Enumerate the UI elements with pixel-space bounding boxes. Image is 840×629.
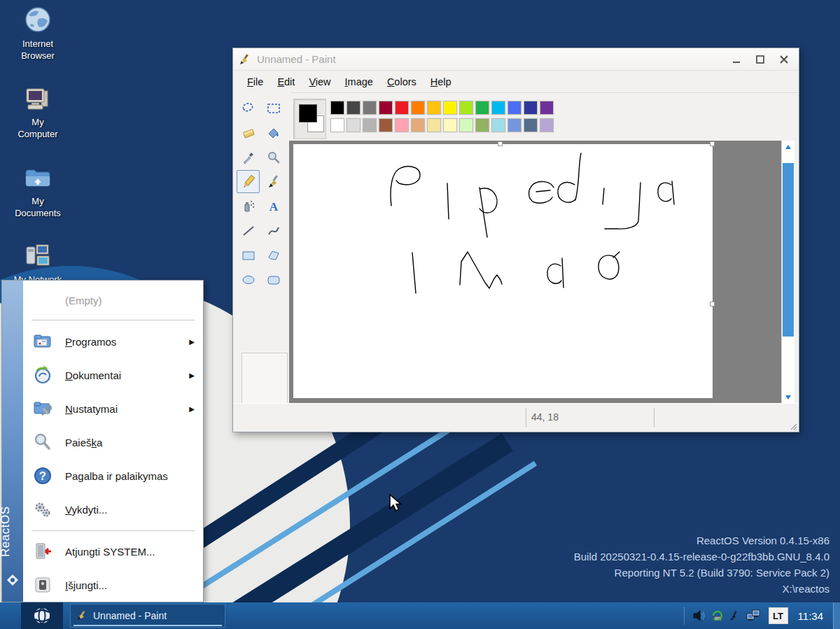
palette-color-swatch[interactable] bbox=[330, 100, 345, 115]
palette-color-swatch[interactable] bbox=[410, 100, 426, 115]
tool-text[interactable]: A bbox=[262, 195, 285, 218]
tool-pencil[interactable] bbox=[237, 170, 260, 193]
run-gears-icon bbox=[32, 499, 53, 520]
palette-color-swatch[interactable] bbox=[426, 100, 442, 115]
palette-color-swatch[interactable] bbox=[458, 100, 474, 115]
close-button[interactable] bbox=[775, 52, 793, 66]
tool-options-box[interactable] bbox=[241, 353, 288, 407]
start-menu-item-help[interactable]: ? Pagalba ir palaikymas bbox=[23, 459, 203, 493]
canvas-resize-handle-top-right[interactable] bbox=[710, 141, 715, 146]
tool-box: A bbox=[233, 92, 290, 403]
palette-color-swatch[interactable] bbox=[330, 118, 345, 133]
palette-color-swatch[interactable] bbox=[442, 118, 458, 133]
scroll-up-icon[interactable] bbox=[782, 141, 794, 153]
palette-color-swatch[interactable] bbox=[491, 100, 506, 115]
svg-text:?: ? bbox=[39, 470, 46, 482]
palette-color-swatch[interactable] bbox=[346, 100, 361, 115]
palette-color-swatch[interactable] bbox=[523, 100, 538, 115]
start-menu-item-label: Programos bbox=[65, 336, 189, 348]
resize-grip[interactable] bbox=[790, 423, 797, 430]
start-menu-item-programs[interactable]: Programos ▶ bbox=[23, 325, 203, 358]
desktop-icon-my-computer[interactable]: My Computer bbox=[3, 84, 73, 141]
palette-color-swatch[interactable] bbox=[362, 118, 377, 133]
vertical-scrollbar[interactable] bbox=[781, 141, 794, 403]
recent-documents-icon bbox=[32, 365, 53, 386]
menu-separator bbox=[31, 320, 195, 320]
palette-color-swatch[interactable] bbox=[539, 100, 554, 115]
canvas-resize-handle-right[interactable] bbox=[710, 302, 715, 306]
start-menu-item-run[interactable]: Vykdyti... bbox=[23, 493, 203, 526]
menu-bar: File Edit View Image Colors Help bbox=[233, 71, 799, 93]
tool-curve[interactable] bbox=[262, 219, 285, 242]
tool-select[interactable] bbox=[262, 97, 285, 120]
taskbar: Unnamed - Paint LT 11:34 bbox=[0, 602, 840, 629]
reactos-logo-icon bbox=[31, 605, 52, 626]
tool-polygon[interactable] bbox=[262, 243, 285, 267]
network-icon bbox=[3, 241, 73, 272]
scroll-down-icon[interactable] bbox=[782, 391, 794, 403]
tool-rectangle[interactable] bbox=[237, 243, 260, 267]
menu-help[interactable]: Help bbox=[424, 73, 458, 90]
start-menu-item-documents[interactable]: Dokumentai ▶ bbox=[23, 358, 203, 392]
start-menu-item-logoff[interactable]: Atjungti SYSTEM... bbox=[23, 535, 203, 568]
palette-color-swatch[interactable] bbox=[539, 118, 554, 133]
scrollbar-thumb[interactable] bbox=[783, 163, 794, 337]
palette-color-swatch[interactable] bbox=[442, 100, 458, 115]
title-bar[interactable]: Unnamed - Paint bbox=[233, 48, 799, 71]
palette-color-swatch[interactable] bbox=[475, 118, 490, 133]
tool-line[interactable] bbox=[237, 219, 260, 242]
start-button[interactable] bbox=[21, 602, 63, 629]
tool-eraser[interactable] bbox=[237, 121, 260, 144]
palette-color-swatch[interactable] bbox=[410, 118, 426, 133]
palette-color-swatch[interactable] bbox=[362, 100, 377, 115]
taskbar-clock[interactable]: 11:34 bbox=[798, 610, 823, 622]
palette-color-swatch[interactable] bbox=[394, 100, 410, 115]
palette-color-swatch[interactable] bbox=[346, 118, 361, 133]
foreground-background-color-selector[interactable] bbox=[293, 99, 326, 139]
menu-image[interactable]: Image bbox=[338, 73, 380, 90]
taskbar-task-paint[interactable]: Unnamed - Paint bbox=[70, 604, 225, 628]
keyboard-layout-indicator[interactable]: LT bbox=[769, 607, 788, 624]
desktop-icon-my-documents[interactable]: My Documents bbox=[3, 163, 73, 220]
palette-color-swatch[interactable] bbox=[491, 118, 506, 133]
menu-separator bbox=[31, 530, 195, 531]
menu-edit[interactable]: Edit bbox=[270, 73, 302, 90]
start-menu-item-settings[interactable]: Nustatymai ▶ bbox=[23, 392, 203, 425]
menu-file[interactable]: File bbox=[240, 73, 270, 90]
palette-color-swatch[interactable] bbox=[523, 118, 538, 133]
tool-rounded-rectangle[interactable] bbox=[262, 268, 285, 291]
palette-color-swatch[interactable] bbox=[426, 118, 442, 133]
tray-paint-icon[interactable] bbox=[729, 610, 741, 621]
palette-color-swatch[interactable] bbox=[458, 118, 474, 133]
tool-fill[interactable] bbox=[262, 121, 285, 144]
tool-color-picker[interactable] bbox=[237, 146, 260, 169]
tool-airbrush[interactable] bbox=[237, 195, 260, 218]
palette-color-swatch[interactable] bbox=[378, 118, 393, 133]
menu-view[interactable]: View bbox=[302, 73, 337, 90]
palette-color-swatch[interactable] bbox=[507, 100, 522, 115]
volume-icon[interactable] bbox=[693, 610, 706, 621]
os-version-text: ReactOS Version 0.4.15-x86 Build 2025032… bbox=[574, 532, 830, 597]
palette-color-swatch[interactable] bbox=[394, 118, 410, 133]
freehand-drawing bbox=[293, 144, 713, 398]
hardware-eject-icon[interactable] bbox=[711, 610, 724, 621]
palette-color-swatch[interactable] bbox=[475, 100, 490, 115]
start-menu-item-shutdown[interactable]: Išjungti... bbox=[23, 568, 203, 602]
drawing-canvas[interactable] bbox=[293, 144, 713, 398]
start-menu-item-label: Atjungti SYSTEM... bbox=[65, 546, 203, 558]
desktop-icon-label: Internet Browser bbox=[10, 38, 65, 62]
menu-colors[interactable]: Colors bbox=[380, 73, 424, 90]
tool-brush[interactable] bbox=[262, 170, 285, 193]
minimize-button[interactable] bbox=[727, 52, 746, 66]
canvas-resize-handle-top[interactable] bbox=[498, 141, 503, 146]
tool-ellipse[interactable] bbox=[237, 268, 260, 291]
network-tray-icon[interactable] bbox=[746, 609, 762, 622]
maximize-button[interactable] bbox=[751, 52, 769, 66]
tool-free-select[interactable] bbox=[237, 97, 260, 120]
show-desktop-edge[interactable] bbox=[833, 602, 840, 629]
tool-magnifier[interactable] bbox=[262, 146, 285, 169]
palette-color-swatch[interactable] bbox=[378, 100, 393, 115]
palette-color-swatch[interactable] bbox=[507, 118, 522, 133]
desktop-icon-internet-browser[interactable]: Internet Browser bbox=[3, 6, 73, 62]
start-menu-item-search[interactable]: Paieška bbox=[23, 425, 203, 459]
